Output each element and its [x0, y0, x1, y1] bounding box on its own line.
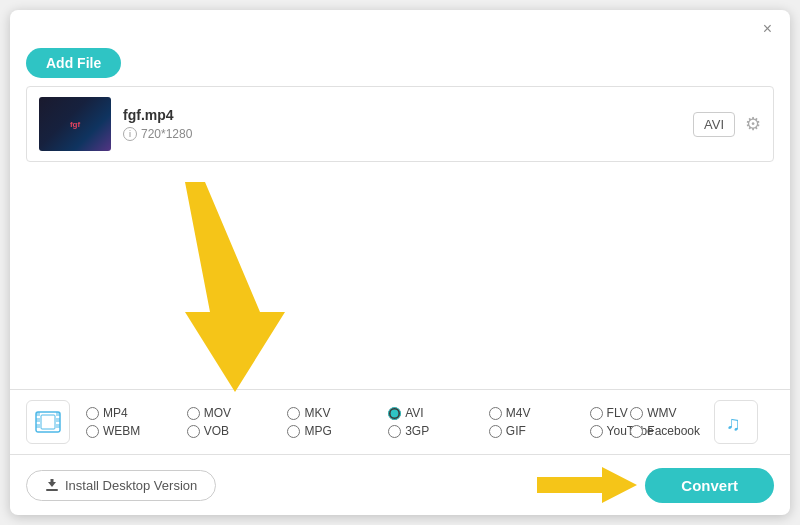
install-desktop-button[interactable]: Install Desktop Version [26, 470, 216, 501]
bottom-bar: Install Desktop Version Convert [10, 454, 790, 515]
add-file-button[interactable]: Add File [26, 48, 121, 78]
file-list: fgf fgf.mp4 i 720*1280 AVI ⚙ [26, 86, 774, 162]
svg-rect-8 [41, 415, 55, 429]
thumbnail-text: fgf [70, 120, 80, 129]
svg-rect-6 [56, 418, 60, 422]
svg-marker-11 [48, 479, 56, 487]
file-info: fgf.mp4 i 720*1280 [123, 107, 681, 141]
file-name: fgf.mp4 [123, 107, 681, 123]
format-avi[interactable]: AVI [388, 406, 489, 420]
svg-rect-3 [36, 418, 40, 422]
file-resolution: 720*1280 [141, 127, 192, 141]
arrow-area [10, 162, 790, 389]
format-mkv[interactable]: MKV [287, 406, 388, 420]
install-label: Install Desktop Version [65, 478, 197, 493]
main-window: × Add File fgf fgf.mp4 i 720*1280 AVI ⚙ [10, 10, 790, 515]
svg-rect-2 [36, 412, 40, 416]
title-bar: × [10, 10, 790, 44]
film-icon [34, 408, 62, 436]
svg-marker-12 [537, 467, 637, 503]
music-icon: ♫ [722, 408, 750, 436]
close-button[interactable]: × [757, 18, 778, 40]
svg-rect-5 [56, 412, 60, 416]
svg-rect-7 [56, 424, 60, 428]
format-mpg[interactable]: MPG [287, 424, 388, 438]
audio-format-icon: ♫ [714, 400, 758, 444]
format-m4v[interactable]: M4V [489, 406, 590, 420]
svg-text:♫: ♫ [726, 412, 741, 434]
format-wmv[interactable]: WMV [630, 406, 700, 420]
format-bar: MP4 MOV MKV AVI M4V FLV WEBM VOB [10, 389, 790, 454]
format-badge: AVI [693, 112, 735, 137]
file-thumbnail: fgf [39, 97, 111, 151]
file-meta: i 720*1280 [123, 127, 681, 141]
file-actions: AVI ⚙ [693, 112, 761, 137]
convert-button[interactable]: Convert [645, 468, 774, 503]
settings-icon[interactable]: ⚙ [745, 113, 761, 135]
format-3gp[interactable]: 3GP [388, 424, 489, 438]
down-arrow-icon [130, 172, 290, 392]
svg-marker-0 [185, 182, 285, 392]
right-arrow-icon [537, 465, 637, 505]
svg-rect-10 [46, 489, 58, 491]
format-mov[interactable]: MOV [187, 406, 288, 420]
toolbar: Add File [10, 44, 790, 86]
format-vob[interactable]: VOB [187, 424, 288, 438]
format-facebook[interactable]: Facebook [630, 424, 700, 438]
video-format-icon [26, 400, 70, 444]
format-options: MP4 MOV MKV AVI M4V FLV WEBM VOB [86, 406, 690, 438]
svg-rect-4 [36, 424, 40, 428]
info-icon: i [123, 127, 137, 141]
download-icon [45, 478, 59, 492]
format-gif[interactable]: GIF [489, 424, 590, 438]
format-mp4[interactable]: MP4 [86, 406, 187, 420]
format-webm[interactable]: WEBM [86, 424, 187, 438]
